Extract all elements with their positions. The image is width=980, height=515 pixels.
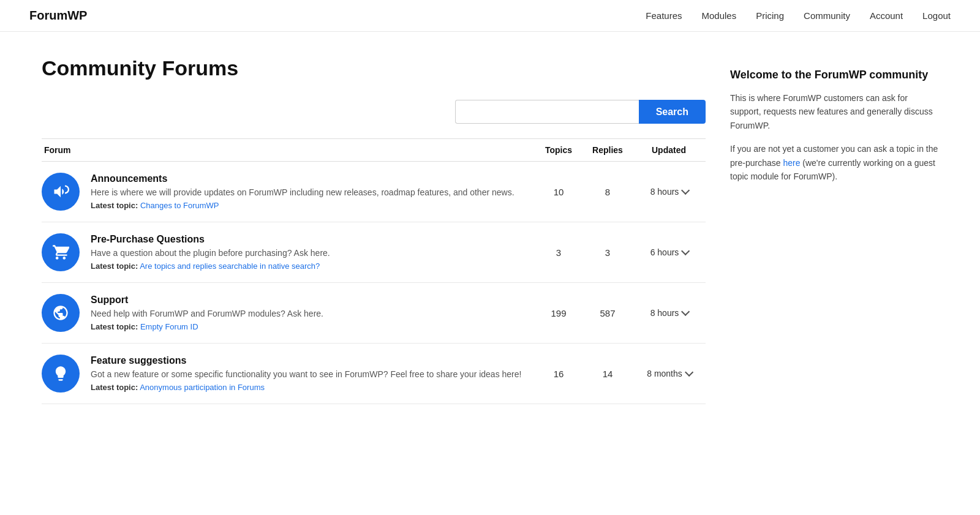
forum-description: Got a new feature or some specific funct… [91,369,534,381]
site-header: ForumWP FeaturesModulesPricingCommunityA… [0,0,980,32]
forum-icon-lightbulb [42,355,80,393]
main-nav: FeaturesModulesPricingCommunityAccountLo… [646,10,951,21]
table-row: Support Need help with ForumWP and Forum… [42,283,706,344]
forum-updated-time: 8 months [632,369,706,378]
forum-latest-topic: Latest topic: Empty Forum ID [91,322,534,331]
forum-latest-topic: Latest topic: Anonymous participation in… [91,383,534,392]
forum-description: Here is where we will provide updates on… [91,187,534,199]
page-title: Community Forums [42,56,706,80]
sidebar-text-1: This is where ForumWP customers can ask … [730,91,938,132]
forum-description: Have a question about the plugin before … [91,247,534,260]
latest-topic-label: Latest topic: [91,201,138,210]
col-header-forum: Forum [42,145,534,155]
col-header-topics: Topics [534,145,583,155]
chevron-down-icon[interactable] [681,307,690,316]
nav-item-pricing[interactable]: Pricing [756,10,784,21]
forum-replies-count: 14 [583,369,632,379]
table-row: Announcements Here is where we will prov… [42,162,706,222]
forum-info: Announcements Here is where we will prov… [91,173,534,211]
forum-latest-topic: Latest topic: Changes to ForumWP [91,201,534,210]
latest-topic-link[interactable]: Changes to ForumWP [140,201,219,210]
search-button[interactable]: Search [639,100,706,124]
forum-updated-time: 8 hours [632,308,706,318]
forum-name: Support [91,295,534,306]
sidebar: Welcome to the ForumWP community This is… [730,56,938,404]
forum-description: Need help with ForumWP and ForumWP modul… [91,308,534,320]
forum-updated-time: 8 hours [632,187,706,197]
chevron-down-icon[interactable] [681,247,690,255]
forum-name: Feature suggestions [91,355,534,366]
latest-topic-link[interactable]: Empty Forum ID [140,322,198,331]
nav-item-modules[interactable]: Modules [701,10,736,21]
chevron-down-icon[interactable] [681,186,690,195]
forum-name: Announcements [91,173,534,184]
chevron-down-icon[interactable] [685,368,693,377]
forum-info: Pre-Purchase Questions Have a question a… [91,234,534,271]
latest-topic-label: Latest topic: [91,383,138,392]
latest-topic-link[interactable]: Are topics and replies searchable in nat… [140,261,320,271]
forum-replies-count: 8 [583,187,632,197]
table-row: Feature suggestions Got a new feature or… [42,344,706,404]
site-logo[interactable]: ForumWP [29,9,87,23]
sidebar-link-here[interactable]: here [783,158,800,168]
col-header-updated: Updated [632,145,706,155]
forum-topics-count: 10 [534,187,583,197]
sidebar-title: Welcome to the ForumWP community [730,69,938,81]
nav-item-logout[interactable]: Logout [922,10,951,21]
search-input[interactable] [455,100,639,124]
latest-topic-label: Latest topic: [91,261,138,271]
forum-replies-count: 587 [583,308,632,318]
forum-replies-count: 3 [583,247,632,258]
forum-topics-count: 16 [534,369,583,379]
nav-item-account[interactable]: Account [870,10,903,21]
latest-topic-label: Latest topic: [91,322,138,331]
forum-icon-support [42,294,80,332]
forum-info: Feature suggestions Got a new feature or… [91,355,534,393]
nav-item-features[interactable]: Features [646,10,682,21]
forum-latest-topic: Latest topic: Are topics and replies sea… [91,261,534,271]
col-header-replies: Replies [583,145,632,155]
latest-topic-link[interactable]: Anonymous participation in Forums [140,383,265,392]
sidebar-text-2: If you are not yet a customer you can as… [730,142,938,183]
forum-list: Announcements Here is where we will prov… [42,162,706,404]
forum-icon-cart [42,233,80,271]
main-layout: Community Forums Search Forum Topics Rep… [12,32,968,429]
forum-updated-time: 6 hours [632,247,706,257]
search-bar: Search [42,100,706,124]
forum-topics-count: 199 [534,308,583,318]
forum-info: Support Need help with ForumWP and Forum… [91,295,534,332]
main-content: Community Forums Search Forum Topics Rep… [42,56,706,404]
forum-name: Pre-Purchase Questions [91,234,534,245]
nav-item-community[interactable]: Community [804,10,850,21]
forum-topics-count: 3 [534,247,583,258]
table-row: Pre-Purchase Questions Have a question a… [42,222,706,283]
forum-icon-megaphone [42,173,80,211]
table-header: Forum Topics Replies Updated [42,138,706,162]
